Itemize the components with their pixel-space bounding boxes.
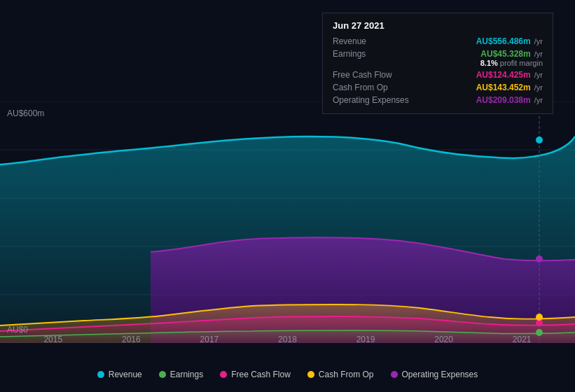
y-axis-bottom-label: AU$0	[7, 325, 28, 335]
tooltip-row-sub: 8.1% profit margin	[480, 59, 543, 67]
legend-dot	[97, 371, 104, 378]
legend-item[interactable]: Revenue	[97, 370, 142, 379]
legend-dot	[307, 371, 314, 378]
tooltip-row-value: AU$124.425m	[476, 70, 531, 80]
legend-item[interactable]: Free Cash Flow	[220, 370, 291, 379]
svg-point-8	[536, 255, 543, 262]
tooltip-row: EarningsAU$45.328m /yr8.1% profit margin	[333, 48, 543, 69]
tooltip-row-label: Operating Expenses	[333, 95, 417, 105]
legend-dot	[391, 371, 398, 378]
legend-item[interactable]: Earnings	[159, 370, 203, 379]
svg-point-10	[536, 314, 543, 321]
legend-label: Revenue	[109, 370, 142, 379]
tooltip-row: Cash From OpAU$143.452m /yr	[333, 81, 543, 94]
chart-svg	[0, 102, 575, 343]
tooltip-row-value: AU$209.038m	[476, 95, 531, 105]
tooltip-row-label: Earnings	[333, 49, 417, 59]
legend-item[interactable]: Operating Expenses	[391, 370, 478, 379]
legend: RevenueEarningsFree Cash FlowCash From O…	[0, 370, 575, 379]
tooltip-row-label: Cash From Op	[333, 83, 417, 92]
x-axis-label: 2017	[200, 335, 219, 344]
legend-label: Cash From Op	[319, 370, 374, 379]
x-axis-label: 2016	[122, 335, 141, 344]
x-axis-label: 2019	[356, 335, 375, 344]
tooltip-row-value: AU$556.486m	[476, 36, 531, 46]
tooltip-row-value: AU$45.328m	[480, 49, 530, 59]
tooltip-row-label: Free Cash Flow	[333, 70, 417, 80]
chart-container: AU$600m Jun 27 2021 RevenueAU$556.486m /…	[0, 0, 575, 392]
legend-label: Earnings	[170, 370, 203, 379]
svg-point-7	[536, 136, 543, 144]
tooltip-row: Operating ExpensesAU$209.038m /yr	[333, 94, 543, 106]
legend-dot	[220, 371, 227, 378]
x-axis-label: 2021	[513, 335, 532, 344]
legend-item[interactable]: Cash From Op	[307, 370, 374, 379]
tooltip-row-label: Revenue	[333, 36, 417, 46]
legend-dot	[159, 371, 166, 378]
tooltip-row: Free Cash FlowAU$124.425m /yr	[333, 69, 543, 81]
legend-label: Free Cash Flow	[231, 370, 291, 379]
tooltip-row: RevenueAU$556.486m /yr	[333, 35, 543, 48]
x-axis: 2015201620172018201920202021	[0, 335, 575, 344]
x-axis-label: 2018	[278, 335, 297, 344]
tooltip-panel: Jun 27 2021 RevenueAU$556.486m /yrEarnin…	[322, 13, 553, 114]
tooltip-date: Jun 27 2021	[333, 20, 543, 31]
legend-label: Operating Expenses	[402, 370, 478, 379]
tooltip-row-value: AU$143.452m	[476, 83, 531, 92]
x-axis-label: 2015	[43, 335, 62, 344]
x-axis-label: 2020	[434, 335, 453, 344]
